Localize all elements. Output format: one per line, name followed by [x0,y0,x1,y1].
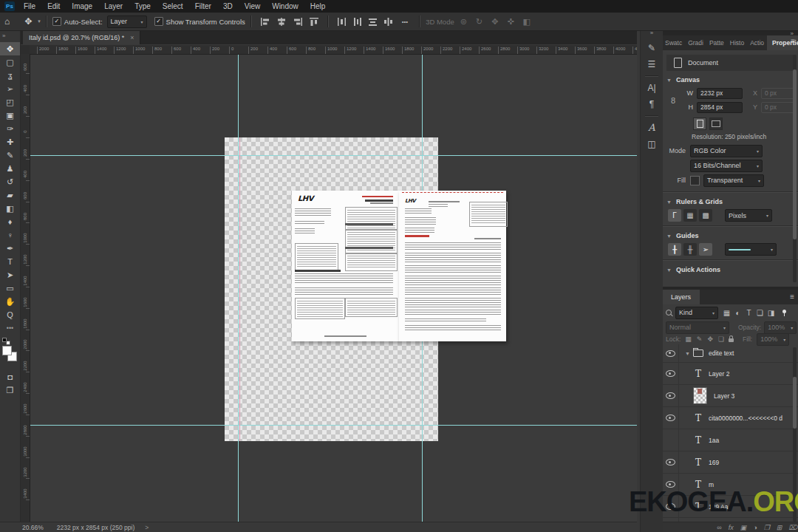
chevron-down-icon[interactable]: ▼ [685,351,690,356]
opacity-field[interactable]: 100%▾ [764,321,797,334]
zoom-level-field[interactable]: 20.66% [22,524,44,531]
filter-kind-dropdown[interactable]: Kind▾ [675,307,718,319]
expand-dock-icon[interactable]: » [641,30,663,40]
eye-icon[interactable] [666,459,675,466]
lock-option-icon-2[interactable]: ✎ [697,335,703,343]
landscape-orientation-button[interactable] [709,117,723,130]
menu-edit[interactable]: Edit [41,2,66,10]
eraser-tool[interactable]: ▰ [0,188,20,202]
layer-name[interactable]: cita0000000...<<<<<<<0 d [709,415,782,422]
move-tool[interactable]: ✥ [0,42,20,55]
layer-name[interactable]: Layer 3 [714,392,734,400]
tab-patte[interactable]: Patte [706,35,727,50]
show-transform-checkbox[interactable]: ✓ [154,17,163,26]
photoshop-logo-icon[interactable]: Ps [4,1,15,11]
grid-icon[interactable]: ▦ [683,209,697,222]
menu-file[interactable]: File [18,2,41,10]
lock-option-icon-4[interactable]: ❏ [718,335,724,343]
align-left-icon[interactable] [260,17,270,27]
screen-mode-icon[interactable]: ❐ [0,383,20,397]
smart-guides-icon[interactable]: ╫ [683,243,697,256]
eyedropper-tool[interactable]: ✑ [0,122,20,135]
visibility-cell[interactable] [662,363,679,384]
link-layers-icon[interactable]: ∞ [717,524,721,531]
pen-tool[interactable]: ✒ [0,242,20,255]
align-top-icon[interactable] [309,17,319,27]
blur-tool[interactable]: ♦ [0,215,20,228]
tab-actio[interactable]: Actio [747,35,767,50]
ruler-origin-icon[interactable]: Γ [668,209,681,222]
history-brush-tool[interactable]: ↺ [0,175,20,188]
tab-gradi[interactable]: Gradi [685,35,706,50]
width-field[interactable]: 2232 px [697,88,743,99]
tool-presets-icon[interactable]: ☰ [641,56,663,72]
status-options-caret[interactable]: > [145,524,149,531]
more-tools-icon[interactable]: ••• [0,321,20,335]
3d-panel-icon[interactable]: ◫ [641,136,663,152]
type-tool[interactable]: T [0,255,20,268]
layer-name[interactable]: Layer 2 [709,370,729,378]
filter-adjustment-layers-icon[interactable]: ◐ [732,309,743,317]
clone-stamp-tool[interactable]: ♟ [0,162,20,175]
layer-effects-icon[interactable]: fx [729,524,734,531]
canvas-section-header[interactable]: ▼ Canvas [662,72,798,86]
dodge-tool[interactable]: ♀ [0,228,20,242]
home-icon[interactable]: ⌂ [4,16,10,27]
paragraph-panel-icon[interactable]: ¶ [641,96,663,112]
menu-type[interactable]: Type [129,2,157,10]
filter-pixel-layers-icon[interactable]: ▦ [721,309,732,317]
filter-smart-objects-icon[interactable]: ◨ [765,309,777,317]
healing-brush-tool[interactable]: ✚ [0,135,20,149]
properties-scrollbar[interactable] [793,55,797,282]
layer-row-2[interactable]: TLayer 2 [662,363,798,385]
adjustment-layer-icon[interactable]: ◑ [753,524,757,531]
character-panel-icon[interactable]: A| [641,80,663,96]
rulers-grids-section-header[interactable]: ▼ Rulers & Grids [662,194,798,208]
align-center-icon[interactable] [276,17,287,27]
menu-window[interactable]: Window [266,2,304,10]
guide-vertical-1[interactable] [238,54,239,522]
gradient-tool[interactable]: ◧ [0,202,20,215]
more-options-icon[interactable]: ••• [402,18,408,25]
distribute-1-icon[interactable] [337,17,347,27]
color-mode-dropdown[interactable]: RGB Color▾ [690,145,763,157]
zoom-tool[interactable]: Q [0,308,20,321]
filter-shape-layers-icon[interactable]: ❏ [754,309,765,317]
eye-icon[interactable] [666,370,675,377]
hand-tool[interactable]: ✋ [0,295,20,308]
tool-preset-caret-icon[interactable]: ▾ [38,18,41,24]
menu-view[interactable]: View [239,2,267,10]
layer-row-6[interactable]: T169 [662,451,798,474]
lock-option-icon-1[interactable]: ▦ [685,335,692,343]
glyphs-panel-icon[interactable]: A [641,120,663,136]
menu-3d[interactable]: 3D [217,2,239,10]
guides-section-header[interactable]: ▼ Guides [662,228,798,242]
crop-tool[interactable]: ◰ [0,95,20,109]
switch-colors-icon[interactable] [6,341,10,345]
lasso-tool[interactable]: ʓ [0,69,20,82]
distribute-3-icon[interactable] [368,17,378,27]
close-tab-icon[interactable]: × [130,34,134,41]
guide-style-dropdown[interactable]: ▾ [725,243,777,256]
rectangle-tool[interactable]: ▭ [0,282,20,295]
quick-actions-section-header[interactable]: ▼ Quick Actions [662,262,798,276]
layers-tab[interactable]: Layers [662,290,700,304]
lock-option-icon-3[interactable]: ✥ [707,335,713,343]
new-layer-icon[interactable]: ⊞ [777,524,782,531]
visibility-cell[interactable] [662,451,679,473]
eye-icon[interactable] [666,392,675,399]
layer-name[interactable]: edite text [709,349,734,357]
collapse-toolbar-icon[interactable]: » [0,30,20,42]
tab-histo[interactable]: Histo [727,35,747,50]
document-tab[interactable]: Italy id.psd @ 20.7% (RGB/16) * × [23,30,140,44]
foreground-color-swatch[interactable] [2,346,12,355]
frame-tool[interactable]: ▣ [0,109,20,122]
filter-type-layers-icon[interactable]: T [743,309,754,317]
blend-mode-dropdown[interactable]: Normal▾ [666,321,729,334]
visibility-cell[interactable] [662,385,679,406]
fill-dropdown[interactable]: Transparent▾ [703,174,764,187]
tab-swatc[interactable]: Swatc [662,35,685,50]
lock-all-icon[interactable] [729,338,734,342]
layers-panel-menu-icon[interactable]: ≡ [790,293,794,301]
pixel-grid-icon[interactable]: ▩ [699,209,712,222]
